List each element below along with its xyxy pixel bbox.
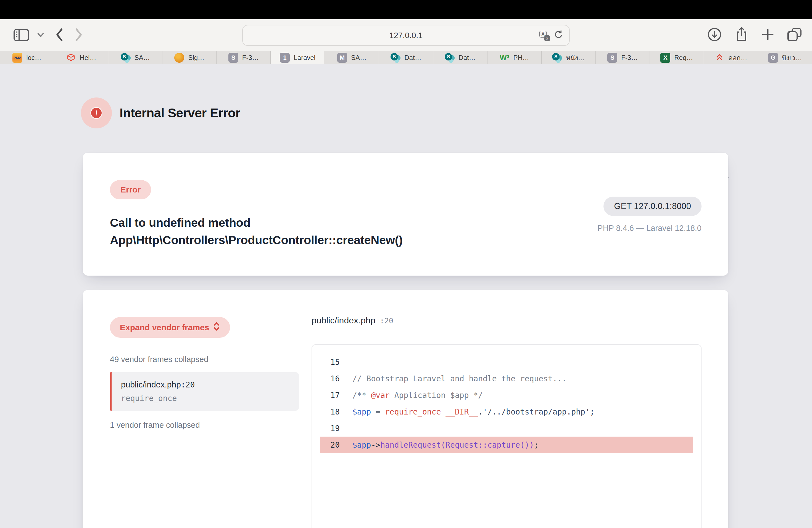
page-header: ! Internal Server Error (81, 98, 240, 128)
tab-label: Laravel (294, 54, 315, 62)
tab[interactable]: Sหนัง… (541, 51, 596, 64)
sidebar-toggle-icon[interactable] (12, 25, 31, 45)
tab-label: SA… (351, 54, 366, 62)
request-badge: GET 127.0.0.1:8000 (604, 196, 701, 216)
error-alert-icon: ! (81, 98, 112, 128)
phpmyadmin-icon: PMA (12, 53, 23, 63)
line-number: 18 (320, 407, 340, 416)
code-text: $app->handleRequest(Request::capture()); (352, 440, 539, 450)
tab-label: F-3… (621, 54, 638, 62)
code-panel: 1516// Bootstrap Laravel and handle the … (311, 344, 701, 528)
stack-trace-card: Expand vendor frames 49 vendor frames co… (83, 290, 728, 528)
tab[interactable]: PMAloc… (0, 51, 54, 64)
line-number: 20 (320, 440, 340, 450)
w3schools-icon: W³ (499, 53, 509, 63)
back-button-icon[interactable] (52, 27, 67, 43)
browser-toolbar: 127.0.0.1 Ax (0, 19, 812, 51)
url-text: 127.0.0.1 (389, 31, 423, 40)
tab[interactable]: XReq… (650, 51, 704, 64)
expand-vendor-frames-button[interactable]: Expand vendor frames (110, 317, 230, 338)
tab-strip: PMAloc…Hel…SSA…Sig…SF-3…1LaravelMSA…SDat… (0, 51, 812, 64)
tab-label: SA… (134, 54, 150, 62)
tab-label: Sig… (188, 54, 204, 62)
tab-label: บึงเว… (782, 53, 802, 63)
sidebar-chevron-icon[interactable] (36, 30, 45, 40)
tab-overview-icon[interactable] (787, 27, 802, 43)
tab[interactable]: SDat… (379, 51, 433, 64)
tab-label: F-3… (242, 54, 259, 62)
code-line-highlighted: 20$app->handleRequest(Request::capture()… (320, 437, 693, 453)
letter-badge-icon: S (607, 53, 617, 63)
excel-icon: X (661, 53, 670, 63)
code-text: // Bootstrap Laravel and handle the requ… (352, 374, 566, 383)
tab-label: Dat… (459, 54, 475, 62)
trace-frames-column: Expand vendor frames 49 vendor frames co… (110, 317, 299, 430)
request-info: GET 127.0.0.1:8000 PHP 8.4.6 — Laravel 1… (597, 196, 701, 233)
code-line-ref: :20 (380, 317, 393, 325)
code-preview-column: public/index.php :20 1516// Bootstrap La… (311, 290, 701, 528)
share-icon[interactable] (735, 27, 749, 44)
error-summary-card: Error Call to undefined method App\Http\… (83, 153, 728, 276)
expand-chevrons-icon (213, 322, 220, 333)
error-type-badge: Error (110, 180, 151, 200)
collapsed-frames-label-top: 49 vendor frames collapsed (110, 355, 299, 364)
tab-label: ดอก… (728, 53, 748, 63)
sharepoint-icon: S (445, 53, 454, 63)
tab[interactable]: SSA… (108, 51, 162, 64)
letter-badge-icon: S (228, 53, 238, 63)
forward-button-icon[interactable] (71, 27, 87, 43)
tab-label: Req… (674, 54, 693, 62)
code-file-header: public/index.php :20 (311, 316, 393, 326)
tab-label: Dat… (404, 54, 421, 62)
tab[interactable]: MSA… (325, 51, 379, 64)
code-text: $app = require_once __DIR__.'/../bootstr… (352, 407, 595, 416)
code-file-name: public/index.php (311, 316, 375, 326)
line-number: 16 (320, 374, 340, 383)
tab[interactable]: Gบึงเว… (758, 51, 812, 64)
code-line: 15 (320, 354, 693, 370)
exception-message-line2: App\Http\Controllers\ProductController::… (110, 231, 403, 249)
tab-label: PH… (513, 54, 529, 62)
exception-message: Call to undefined method App\Http\Contro… (110, 214, 403, 249)
frame-file-label: public/index.php:20 (121, 380, 289, 390)
reload-icon[interactable] (553, 30, 564, 41)
tab[interactable]: SF-3… (596, 51, 650, 64)
tab-label: หนัง… (566, 53, 585, 63)
tab[interactable]: Hel… (54, 51, 108, 64)
laravel-icon (66, 53, 76, 63)
letter-badge-icon: 1 (280, 53, 290, 63)
code-lines: 1516// Bootstrap Laravel and handle the … (312, 354, 701, 453)
line-number: 19 (320, 424, 340, 433)
tab-label: Hel… (80, 54, 97, 62)
downloads-icon[interactable] (707, 27, 722, 43)
sharepoint-icon: S (391, 53, 401, 63)
code-line: 19 (320, 420, 693, 437)
code-line: 18$app = require_once __DIR__.'/../boots… (320, 404, 693, 420)
tab-label: loc… (26, 54, 41, 62)
menubar-strip (0, 0, 812, 19)
exception-message-line1: Call to undefined method (110, 214, 403, 231)
code-text: /** @var Application $app */ (352, 391, 483, 400)
translate-icon[interactable]: Ax (539, 31, 549, 40)
tab[interactable]: Sig… (162, 51, 217, 64)
red-chevrons-icon (714, 53, 724, 63)
sharepoint-icon: S (552, 53, 562, 63)
code-line: 17/** @var Application $app */ (320, 387, 693, 404)
letter-badge-icon: G (768, 53, 778, 63)
tab[interactable]: W³PH… (488, 51, 541, 64)
collapsed-frames-label-bottom: 1 vendor frame collapsed (110, 421, 299, 430)
tab-active[interactable]: 1Laravel (271, 51, 325, 64)
tab[interactable]: SF-3… (217, 51, 271, 64)
code-line: 16// Bootstrap Laravel and handle the re… (320, 370, 693, 387)
sharepoint-icon: S (121, 53, 131, 63)
letter-badge-icon: M (337, 53, 347, 63)
tab[interactable]: ดอก… (704, 51, 758, 64)
tab[interactable]: SDat… (433, 51, 488, 64)
line-number: 15 (320, 357, 340, 367)
new-tab-icon[interactable] (761, 28, 774, 42)
error-page: ! Internal Server Error Error Call to un… (0, 64, 812, 528)
orange-orb-icon (174, 53, 184, 63)
address-bar[interactable]: 127.0.0.1 Ax (242, 25, 570, 46)
page-title: Internal Server Error (120, 105, 240, 120)
active-frame-item[interactable]: public/index.php:20 require_once (110, 372, 299, 411)
